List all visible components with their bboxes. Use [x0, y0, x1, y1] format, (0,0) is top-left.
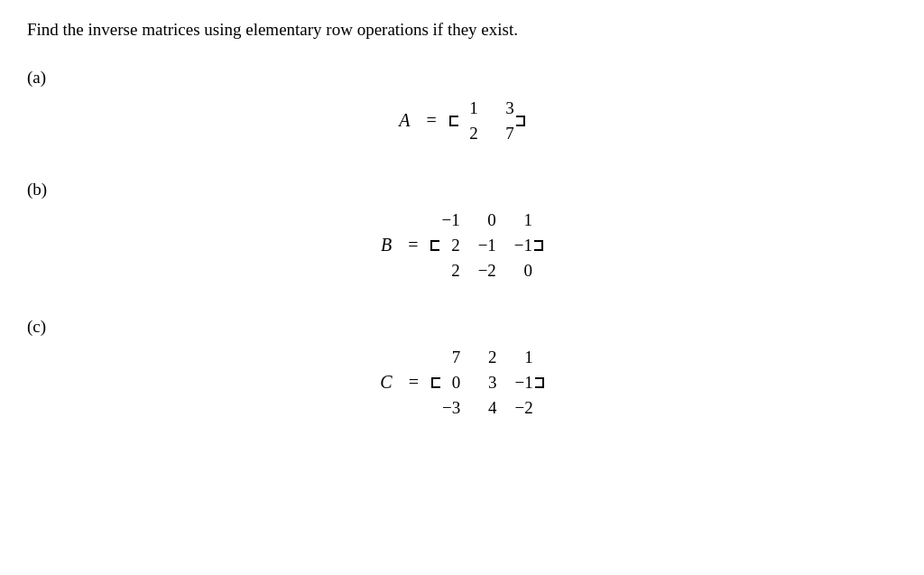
cell-b-10: 2 [441, 236, 459, 255]
part-c-label: (c) [27, 317, 46, 337]
part-c-bracket-left [431, 377, 440, 388]
part-b-var: B [381, 235, 392, 255]
part-c-equation: C = 7 2 1 0 3 −1 −3 4 −2 [380, 348, 543, 418]
cell-a-00: 1 [460, 98, 478, 118]
part-a: (a) A = 1 3 2 7 [27, 68, 897, 144]
part-a-matrix: 1 3 2 7 [449, 98, 525, 144]
cell-c-12: −1 [514, 373, 532, 393]
cell-a-10: 2 [460, 124, 478, 144]
part-c-var: C [380, 372, 392, 393]
part-c-bracket-right [535, 377, 544, 388]
part-c-grid: 7 2 1 0 3 −1 −3 4 −2 [442, 348, 533, 418]
part-a-equation: A = 1 3 2 7 [399, 98, 525, 144]
cell-c-02: 1 [514, 348, 532, 367]
cell-b-12: −1 [514, 236, 532, 255]
cell-c-11: 3 [478, 373, 496, 393]
part-c-matrix: 7 2 1 0 3 −1 −3 4 −2 [431, 348, 544, 418]
cell-b-02: 1 [514, 210, 532, 230]
cell-b-21: −2 [478, 261, 496, 281]
cell-b-20: 2 [441, 261, 459, 281]
cell-c-01: 2 [478, 348, 496, 367]
part-b-matrix: −1 0 1 2 −1 −1 2 −2 0 [430, 210, 543, 281]
part-a-var: A [399, 110, 410, 131]
part-b-label: (b) [27, 180, 47, 199]
part-a-label: (a) [27, 68, 46, 88]
cell-c-21: 4 [478, 398, 496, 418]
cell-b-11: −1 [478, 236, 496, 255]
part-c: (c) C = 7 2 1 0 3 −1 −3 4 −2 [27, 317, 897, 418]
part-b-grid: −1 0 1 2 −1 −1 2 −2 0 [441, 210, 532, 281]
part-c-equation-section: C = 7 2 1 0 3 −1 −3 4 −2 [27, 348, 897, 418]
part-a-equation-section: A = 1 3 2 7 [27, 98, 897, 144]
part-b-bracket-left [430, 240, 439, 251]
part-b-equation: B = −1 0 1 2 −1 −1 2 −2 0 [381, 210, 543, 281]
cell-b-00: −1 [441, 210, 459, 230]
cell-c-00: 7 [442, 348, 460, 367]
part-c-equals: = [409, 372, 419, 393]
part-b-equals: = [408, 235, 418, 255]
cell-c-10: 0 [442, 373, 460, 393]
part-a-bracket-left [449, 116, 458, 126]
part-b-bracket-right [534, 240, 543, 251]
cell-a-11: 7 [496, 124, 514, 144]
part-b-equation-section: B = −1 0 1 2 −1 −1 2 −2 0 [27, 210, 897, 281]
cell-a-01: 3 [496, 98, 514, 118]
cell-b-01: 0 [478, 210, 496, 230]
cell-c-20: −3 [442, 398, 460, 418]
cell-b-22: 0 [514, 261, 532, 281]
part-a-grid: 1 3 2 7 [460, 98, 514, 144]
problem-statement: Find the inverse matrices using elementa… [27, 18, 897, 42]
part-a-equals: = [426, 110, 436, 131]
cell-c-22: −2 [514, 398, 532, 418]
part-a-bracket-right [516, 116, 525, 126]
part-b: (b) B = −1 0 1 2 −1 −1 2 −2 0 [27, 180, 897, 281]
